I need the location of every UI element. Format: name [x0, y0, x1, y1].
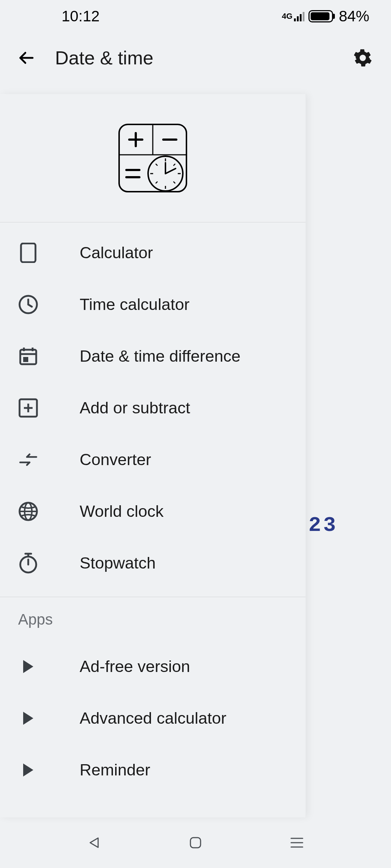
nav-label: Advanced calculator: [80, 709, 226, 728]
navigation-drawer: Calculator Time calculator Date & time d…: [0, 94, 306, 817]
signal-bars-icon: [294, 11, 305, 21]
nav-label: Calculator: [80, 243, 153, 262]
nav-back-button[interactable]: [83, 832, 105, 854]
menu-recent-icon: [290, 837, 304, 848]
settings-button[interactable]: [353, 48, 373, 68]
nav-item-ad-free[interactable]: Ad-free version: [0, 641, 306, 692]
nav-label: Reminder: [80, 761, 150, 779]
page-title: Date & time: [55, 47, 332, 69]
apps-section-title: Apps: [0, 597, 306, 636]
stopwatch-icon: [18, 553, 38, 573]
svg-rect-3: [303, 12, 304, 21]
drawer-main-list: Calculator Time calculator Date & time d…: [0, 222, 306, 593]
nav-label: Date & time difference: [80, 347, 240, 366]
back-button[interactable]: [18, 50, 35, 66]
app-bar: Date & time: [0, 33, 391, 83]
system-nav-bar: [0, 817, 391, 868]
nav-label: Ad-free version: [80, 657, 190, 676]
globe-icon: [18, 501, 38, 522]
nav-item-converter[interactable]: Converter: [0, 434, 306, 485]
drawer-header: [0, 94, 306, 222]
square-home-icon: [189, 836, 202, 849]
svg-rect-2: [300, 14, 302, 21]
status-icons: 4G 84%: [282, 8, 369, 25]
play-icon: [18, 708, 38, 728]
nav-home-button[interactable]: [185, 832, 206, 854]
svg-rect-23: [21, 243, 35, 262]
battery-icon: [308, 10, 333, 22]
nav-label: Add or subtract: [80, 399, 190, 417]
nav-item-add-subtract[interactable]: Add or subtract: [0, 382, 306, 434]
nav-recent-button[interactable]: [286, 832, 308, 854]
nav-item-stopwatch[interactable]: Stopwatch: [0, 537, 306, 589]
nav-label: Converter: [80, 450, 151, 469]
clock: 10:12: [62, 8, 100, 25]
svg-rect-0: [294, 18, 296, 21]
nav-item-time-calculator[interactable]: Time calculator: [0, 278, 306, 330]
play-icon: [18, 760, 38, 780]
status-bar: 10:12 4G 84%: [0, 0, 391, 33]
plus-box-icon: [18, 398, 38, 418]
calendar-icon: [18, 346, 38, 366]
nav-label: Time calculator: [80, 295, 189, 314]
nav-label: Stopwatch: [80, 554, 156, 573]
svg-rect-1: [297, 16, 299, 21]
triangle-back-icon: [87, 836, 101, 850]
network-indicator: 4G: [282, 11, 305, 21]
drawer-apps-list: Ad-free version Advanced calculator Remi…: [0, 636, 306, 800]
nav-item-calculator[interactable]: Calculator: [0, 227, 306, 278]
arrow-left-icon: [18, 50, 35, 66]
calculator-icon: [18, 243, 38, 263]
svg-rect-29: [23, 357, 28, 362]
nav-item-advanced-calculator[interactable]: Advanced calculator: [0, 692, 306, 744]
app-logo-icon: [118, 124, 187, 192]
background-digits: 23: [308, 514, 338, 537]
svg-rect-40: [190, 838, 201, 848]
nav-item-reminder[interactable]: Reminder: [0, 744, 306, 796]
play-icon: [18, 656, 38, 677]
converter-icon: [18, 450, 38, 470]
nav-item-world-clock[interactable]: World clock: [0, 485, 306, 537]
gear-icon: [353, 48, 372, 67]
battery-percent: 84%: [339, 8, 369, 25]
clock-icon: [18, 294, 38, 315]
nav-item-date-difference[interactable]: Date & time difference: [0, 330, 306, 382]
nav-label: World clock: [80, 502, 164, 521]
